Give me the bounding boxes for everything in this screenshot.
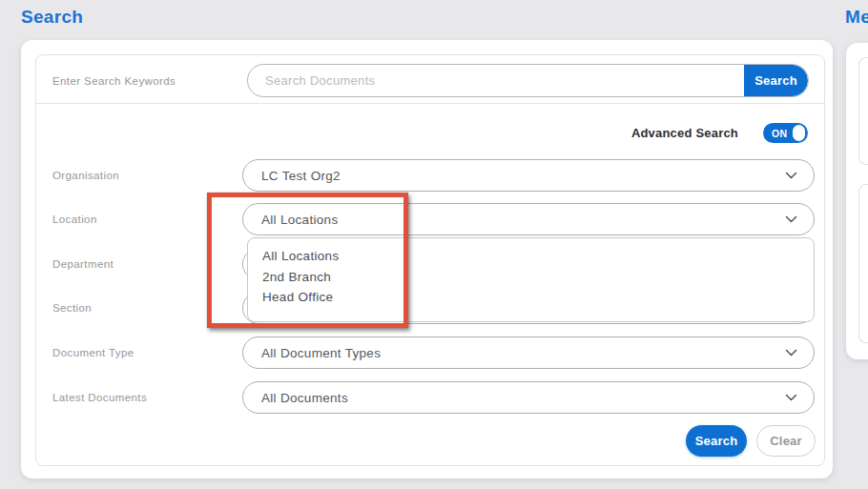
right-panel: [846, 43, 868, 359]
chevron-down-icon: [785, 394, 797, 401]
location-label: Location: [52, 214, 97, 225]
latest-documents-select[interactable]: All Documents: [242, 381, 815, 414]
chevron-down-icon: [785, 349, 797, 357]
department-label: Department: [52, 258, 114, 270]
footer-actions: Search Clear: [686, 425, 816, 457]
keyword-search-row: Enter Search Keywords Search: [36, 55, 824, 104]
chevron-down-icon: [785, 172, 797, 179]
latest-documents-value: All Documents: [243, 391, 785, 405]
document-type-select[interactable]: All Document Types: [242, 336, 815, 369]
clear-button[interactable]: Clear: [756, 425, 816, 457]
search-form-panel: Enter Search Keywords Search Advanced Se…: [35, 54, 825, 466]
latest-documents-label: Latest Documents: [52, 392, 147, 403]
search-keywords-label: Enter Search Keywords: [52, 75, 176, 87]
location-option-2nd-branch[interactable]: 2nd Branch: [248, 267, 814, 288]
right-panel-box: [858, 184, 868, 343]
organisation-value: LC Test Org2: [243, 169, 785, 183]
chevron-down-icon: [785, 215, 797, 223]
advanced-search-row: Advanced Search ON: [631, 123, 808, 143]
search-input[interactable]: [248, 65, 744, 96]
toggle-on-label: ON: [772, 128, 787, 139]
document-type-value: All Document Types: [243, 346, 785, 360]
right-panel-box: [858, 57, 868, 165]
document-type-label: Document Type: [52, 347, 134, 358]
page-title: Search: [21, 7, 83, 28]
location-option-all-locations[interactable]: All Locations: [248, 246, 814, 267]
location-dropdown-panel: All Locations 2nd Branch Head Office: [247, 237, 815, 322]
section-label: Section: [52, 302, 92, 314]
advanced-search-submit-button[interactable]: Search: [686, 425, 747, 457]
location-value: All Locations: [243, 213, 785, 227]
advanced-search-label: Advanced Search: [631, 126, 738, 140]
page: Search Enter Search Keywords Search Adva…: [0, 0, 868, 489]
location-option-head-office[interactable]: Head Office: [248, 287, 814, 308]
search-button[interactable]: Search: [744, 65, 808, 96]
organisation-label: Organisation: [52, 170, 119, 181]
toggle-knob-icon: [793, 125, 805, 141]
search-input-group: Search: [247, 64, 809, 97]
advanced-search-toggle[interactable]: ON: [763, 123, 808, 143]
search-card: Enter Search Keywords Search Advanced Se…: [21, 40, 833, 479]
location-select[interactable]: All Locations: [242, 203, 815, 235]
right-panel-title: Me: [845, 7, 868, 28]
organisation-select[interactable]: LC Test Org2: [242, 159, 815, 192]
